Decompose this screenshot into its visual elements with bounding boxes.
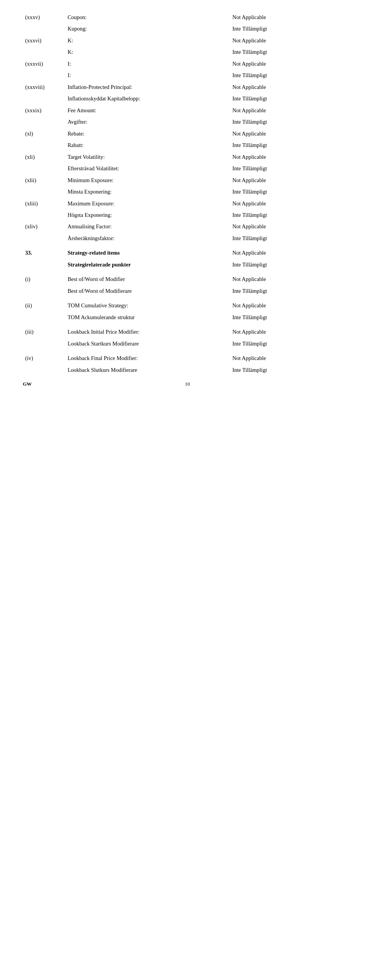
table-row: (xlii) Minimum Exposure: Not Applicable <box>23 174 343 186</box>
row-value: Not Applicable <box>230 151 343 163</box>
row-number: (xxxvi) <box>23 35 65 46</box>
row-label: Maximum Exposure: <box>65 198 230 209</box>
page-footer: GW 10 <box>0 381 366 387</box>
row-number: (xxxv) <box>23 11 65 23</box>
spacer-row <box>23 270 343 273</box>
table-row: K: Inte Tillämpligt <box>23 46 343 58</box>
row-label: Minimum Exposure: <box>65 174 230 186</box>
row-number <box>23 312 65 323</box>
table-row: TOM Ackumulerande struktur Inte Tillämpl… <box>23 312 343 323</box>
row-value: Not Applicable <box>230 174 343 186</box>
document-table: (xxxv) Coupon: Not Applicable Kupong: In… <box>23 11 343 376</box>
row-label: Annualising Factor: <box>65 221 230 232</box>
row-value: Inte Tillämpligt <box>230 69 343 81</box>
row-label: TOM Ackumulerande struktur <box>65 312 230 323</box>
row-value: Inte Tillämpligt <box>230 285 343 297</box>
row-label: Coupon: <box>65 11 230 23</box>
table-row: (ii) TOM Cumulative Strategy: Not Applic… <box>23 300 343 311</box>
table-row: (xxxix) Fee Amount: Not Applicable <box>23 105 343 116</box>
table-row: (i) Best of/Worst of Modifier Not Applic… <box>23 273 343 285</box>
table-row: I: Inte Tillämpligt <box>23 69 343 81</box>
table-row: (xxxv) Coupon: Not Applicable <box>23 11 343 23</box>
row-value: Inte Tillämpligt <box>230 163 343 174</box>
table-row: (iv) Lookback Final Price Modifier: Not … <box>23 352 343 364</box>
row-value: Not Applicable <box>230 11 343 23</box>
section-heading-label: Strategy-related items <box>65 247 230 258</box>
table-row: Eftersträvad Volatilitet: Inte Tillämpli… <box>23 163 343 174</box>
row-label: Inflationsskyddat Kapitalbelopp: <box>65 93 230 104</box>
row-label: K: <box>65 46 230 58</box>
row-label: I: <box>65 69 230 81</box>
row-value: Not Applicable <box>230 198 343 209</box>
row-number <box>23 46 65 58</box>
row-value: Inte Tillämpligt <box>230 116 343 128</box>
table-row: (xl) Rebate: Not Applicable <box>23 128 343 139</box>
row-value: Not Applicable <box>230 221 343 232</box>
row-number: (xlii) <box>23 174 65 186</box>
spacer-row <box>23 349 343 352</box>
row-value: Not Applicable <box>230 81 343 93</box>
row-number: (xxxvii) <box>23 58 65 69</box>
table-row: Minsta Exponering: Inte Tillämpligt <box>23 186 343 197</box>
section-heading-value-sv: Inte Tillämpligt <box>230 259 343 270</box>
row-value: Inte Tillämpligt <box>230 209 343 221</box>
table-row: Lookback Startkurs Modifierare Inte Till… <box>23 338 343 349</box>
row-value: Inte Tillämpligt <box>230 93 343 104</box>
row-value: Not Applicable <box>230 326 343 337</box>
row-label: Best of/Worst of Modifier <box>65 273 230 285</box>
row-label: Inflation-Protected Principal: <box>65 81 230 93</box>
row-label: TOM Cumulative Strategy: <box>65 300 230 311</box>
row-number <box>23 338 65 349</box>
row-label: Best of/Worst of Modifierare <box>65 285 230 297</box>
row-label: I: <box>65 58 230 69</box>
row-number <box>23 23 65 34</box>
row-label: Lookback Initial Price Modifier: <box>65 326 230 337</box>
section-number: 33. <box>23 247 65 258</box>
row-label: Lookback Final Price Modifier: <box>65 352 230 364</box>
row-number: (iv) <box>23 352 65 364</box>
table-row: (xxxvi) K: Not Applicable <box>23 35 343 46</box>
row-label: Fee Amount: <box>65 105 230 116</box>
row-value: Inte Tillämpligt <box>230 232 343 244</box>
section-heading-label-sv: Strategirelaterade punkter <box>65 259 230 270</box>
table-row: (xxxvii) I: Not Applicable <box>23 58 343 69</box>
row-value: Not Applicable <box>230 35 343 46</box>
table-row: Högsta Exponering: Inte Tillämpligt <box>23 209 343 221</box>
table-row: Årsberäkningsfaktor: Inte Tillämpligt <box>23 232 343 244</box>
table-row: Rabatt: Inte Tillämpligt <box>23 139 343 151</box>
row-label: Kupong: <box>65 23 230 34</box>
row-label: Eftersträvad Volatilitet: <box>65 163 230 174</box>
row-number: (xxxix) <box>23 105 65 116</box>
row-label: Target Volatility: <box>65 151 230 163</box>
row-number <box>23 139 65 151</box>
row-number: (i) <box>23 273 65 285</box>
row-number: (xli) <box>23 151 65 163</box>
spacer-row <box>23 323 343 326</box>
row-number <box>23 93 65 104</box>
table-row: Inflationsskyddat Kapitalbelopp: Inte Ti… <box>23 93 343 104</box>
row-value: Not Applicable <box>230 352 343 364</box>
row-value: Inte Tillämpligt <box>230 364 343 376</box>
row-number: (xliv) <box>23 221 65 232</box>
row-number <box>23 186 65 197</box>
row-number: (xl) <box>23 128 65 139</box>
row-value: Inte Tillämpligt <box>230 186 343 197</box>
row-label: Rabatt: <box>65 139 230 151</box>
row-value: Inte Tillämpligt <box>230 312 343 323</box>
row-number <box>23 285 65 297</box>
page-container: (xxxv) Coupon: Not Applicable Kupong: In… <box>0 0 366 399</box>
footer-page-number: 10 <box>185 381 190 387</box>
row-label: Lookback Startkurs Modifierare <box>65 338 230 349</box>
row-value: Not Applicable <box>230 273 343 285</box>
row-number: (ii) <box>23 300 65 311</box>
row-value: Not Applicable <box>230 105 343 116</box>
row-number <box>23 116 65 128</box>
table-row: (xliii) Maximum Exposure: Not Applicable <box>23 198 343 209</box>
row-value: Inte Tillämpligt <box>230 139 343 151</box>
table-row: (xxxviii) Inflation-Protected Principal:… <box>23 81 343 93</box>
table-row: (xliv) Annualising Factor: Not Applicabl… <box>23 221 343 232</box>
row-number <box>23 69 65 81</box>
row-number <box>23 232 65 244</box>
footer-left-label: GW <box>23 381 32 387</box>
row-number <box>23 209 65 221</box>
